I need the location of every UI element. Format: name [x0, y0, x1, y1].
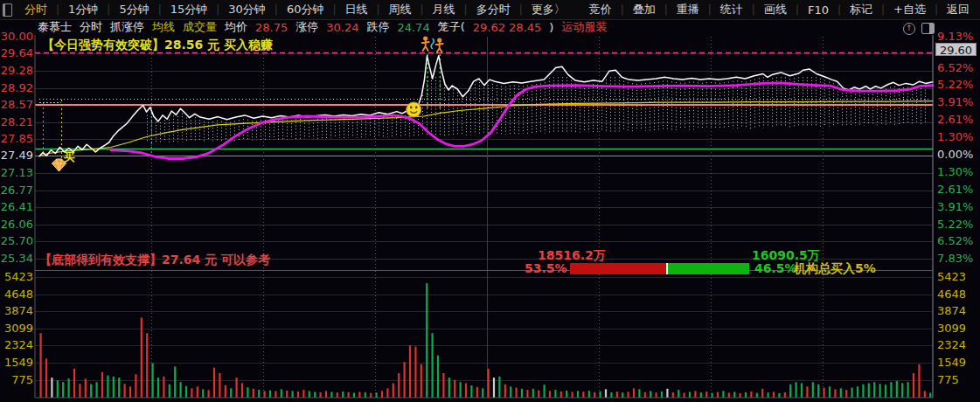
axis-label: 25.34: [0, 253, 33, 265]
volume-bar: [890, 382, 892, 398]
volume-bar: [750, 392, 752, 398]
timeshare-chart[interactable]: 买: [0, 0, 980, 402]
axis-label: 2.61%: [937, 184, 977, 196]
volume-bar: [857, 386, 858, 398]
volume-bar: [157, 378, 159, 398]
gauge-green-segment: [668, 263, 749, 274]
volume-bar: [325, 391, 327, 398]
volume-bar: [85, 378, 87, 398]
axis-label: 27.85: [0, 133, 33, 145]
volume-bar: [493, 378, 495, 398]
volume-bar: [314, 392, 316, 398]
smiley-icon: [407, 102, 421, 117]
volume-bar: [628, 392, 629, 398]
volume-bar: [163, 377, 164, 398]
axis-label: 9.13%: [937, 31, 977, 43]
volume-bar: [51, 378, 52, 398]
volume-bar: [801, 383, 803, 398]
volume-bar: [124, 384, 126, 398]
volume-bar: [219, 373, 220, 398]
volume-bar: [107, 376, 108, 398]
volume-bar: [488, 369, 490, 398]
volume-bar: [672, 392, 674, 398]
volume-bar: [337, 392, 338, 398]
volume-bar: [409, 345, 411, 398]
volume-bar: [297, 392, 299, 398]
volume-bar: [129, 386, 131, 398]
volume-bar: [913, 373, 914, 398]
volume-bar: [684, 392, 685, 398]
volume-bar: [845, 390, 847, 398]
volume-bar: [208, 390, 210, 398]
axis-label: 1.30%: [937, 131, 977, 143]
volume-bar: [169, 385, 170, 398]
volume-bar: [101, 372, 103, 398]
volume-bar: [862, 385, 864, 398]
volume-bar: [549, 391, 551, 398]
breakout-annotation: 【今日强势有效突破】28.56 元 买入稳赚: [42, 38, 273, 53]
volume-bar: [213, 368, 215, 398]
volume-bar: [582, 392, 584, 398]
axis-label: 28.21: [0, 116, 33, 128]
axis-label: 27.49: [0, 149, 33, 162]
volume-bar: [532, 389, 534, 398]
volume-bar: [728, 392, 730, 398]
sell-fighter-icon: [437, 38, 441, 42]
axis-label: 0.00%: [937, 149, 977, 161]
volume-bar: [768, 392, 769, 398]
volume-bar: [896, 381, 898, 398]
volume-bar: [661, 392, 663, 398]
volume-bar: [773, 392, 775, 398]
axis-label: 28.92: [0, 82, 33, 94]
axis-label: 2324: [937, 339, 977, 351]
volume-bar: [610, 392, 612, 398]
volume-bar: [135, 374, 136, 398]
volume-bar: [778, 393, 780, 398]
volume-bar: [851, 388, 853, 398]
volume-bar: [202, 389, 204, 398]
volume-bar: [197, 386, 198, 398]
volume-bar: [96, 382, 98, 398]
volume-bar: [113, 377, 115, 398]
axis-label: 26.06: [0, 218, 33, 231]
volume-bar: [554, 390, 556, 398]
volume-bar: [79, 384, 80, 398]
volume-bar: [281, 389, 282, 398]
axis-label: 29.28: [0, 65, 33, 77]
volume-bar: [442, 373, 444, 398]
volume-bar: [302, 390, 304, 398]
volume-bar: [420, 364, 422, 398]
volume-bar: [544, 385, 546, 398]
volume-bar: [829, 386, 831, 398]
volume-bar: [470, 385, 472, 398]
buy-sell-gauge: [570, 263, 749, 274]
volume-bar: [918, 364, 920, 398]
volume-bar: [118, 378, 120, 398]
volume-bar: [510, 386, 511, 398]
buy-pct-label: 53.5%: [525, 261, 566, 275]
volume-bar: [40, 333, 42, 398]
volume-bar: [258, 390, 260, 398]
axis-label: 1549: [0, 357, 33, 369]
volume-bar: [393, 383, 394, 398]
sell-fighter-body: [422, 41, 429, 51]
volume-bar: [236, 378, 238, 398]
axis-label: 6.52%: [937, 62, 977, 74]
axis-label: 5.22%: [937, 218, 977, 231]
volume-bar: [929, 392, 931, 398]
axis-label: 30.00: [0, 31, 33, 43]
volume-bar: [924, 391, 926, 398]
volume-bar: [376, 392, 378, 398]
volume-bar: [622, 392, 623, 398]
axis-label: 3874: [0, 305, 33, 317]
axis-label: 4648: [937, 288, 977, 301]
axis-label: 4648: [0, 288, 33, 301]
volume-bar: [73, 369, 75, 398]
volume-bar: [600, 392, 601, 398]
axis-label: 1549: [937, 357, 977, 369]
volume-bar: [398, 373, 400, 398]
volume-bar: [426, 283, 427, 398]
volume-bar: [521, 389, 523, 398]
axis-label: 28.57: [0, 99, 33, 111]
volume-bar: [504, 385, 506, 398]
